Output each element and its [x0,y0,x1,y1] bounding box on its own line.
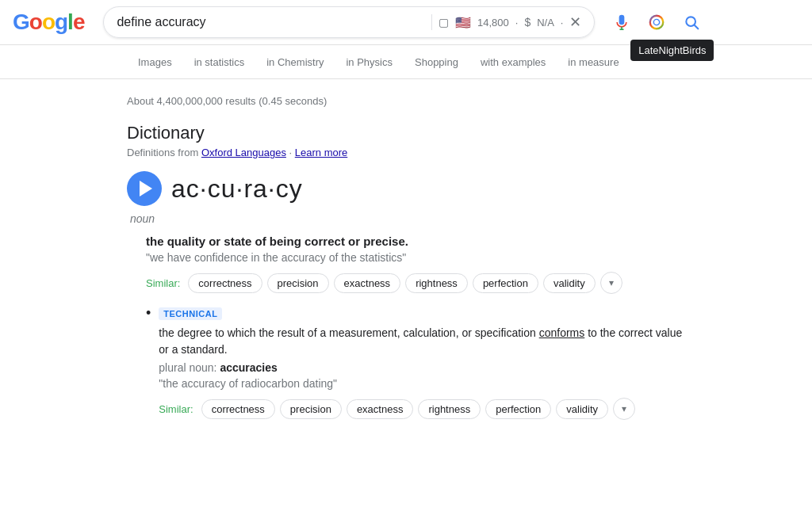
tag-perfection-1[interactable]: perfection [473,273,538,293]
search-bar: ▢ 🇺🇸 14,800 · $ N/A · ✕ [103,6,595,38]
pos-label: noun [127,212,685,225]
tag-correctness-2[interactable]: correctness [201,399,275,419]
similar-row-2: Similar: correctness precision exactness… [159,398,685,420]
bullet-dot: • [146,305,151,426]
similar-label-1: Similar: [146,277,180,289]
flag-icon: 🇺🇸 [455,15,471,30]
oxford-languages-link[interactable]: Oxford Languages [201,147,286,158]
conforms-link[interactable]: conforms [539,326,585,339]
expand-similar-2[interactable]: ▾ [613,398,635,420]
definition-1-text: the quality or state of being correct or… [146,235,685,248]
tag-perfection-2[interactable]: perfection [485,399,551,419]
dictionary-section: Dictionary Definitions from Oxford Langu… [127,123,685,426]
tag-correctness-1[interactable]: correctness [188,273,262,293]
bullet-item-technical: • TECHNICAL the degree to which the resu… [146,307,685,426]
tag-precision-1[interactable]: precision [267,273,329,293]
definition-2-text: the degree to which the result of a meas… [159,325,685,358]
bullet-content: TECHNICAL the degree to which the result… [159,307,685,426]
tag-precision-2[interactable]: precision [280,399,342,419]
square-icon: ▢ [439,16,449,29]
svg-point-3 [654,19,660,25]
main-content: About 4,400,000,000 results (0.45 second… [0,79,812,458]
expand-similar-1[interactable]: ▾ [600,272,622,294]
tag-rightness-2[interactable]: rightness [418,399,481,419]
result-count: 14,800 [477,17,509,29]
tag-validity-2[interactable]: validity [556,399,608,419]
definition-2: • TECHNICAL the degree to which the resu… [127,307,685,426]
header-icons: LateNightBirds [607,8,706,36]
tooltip: LateNightBirds [630,40,714,61]
definition-1: the quality or state of being correct or… [127,235,685,294]
word-text: ac·cu·ra·cy [171,174,303,204]
tag-exactness-2[interactable]: exactness [347,399,414,419]
learn-more-link[interactable]: Learn more [295,147,347,158]
tag-exactness-1[interactable]: exactness [334,273,401,293]
chevron-down-icon-2: ▾ [622,403,626,414]
tag-rightness-1[interactable]: rightness [405,273,468,293]
google-logo: Google [13,10,84,35]
dictionary-title: Dictionary [127,123,685,143]
svg-line-5 [695,25,699,29]
chevron-down-icon: ▾ [609,277,614,288]
dollar-icon: $ [524,16,530,29]
audio-button[interactable] [127,171,162,206]
tab-with-examples[interactable]: with examples [469,48,557,78]
search-button[interactable] [677,8,706,36]
tab-in-statistics[interactable]: in statistics [183,48,256,78]
tab-in-measure[interactable]: in measure [557,48,630,78]
definition-1-example: "we have confidence in the accuracy of t… [146,251,685,264]
clear-button[interactable]: ✕ [569,13,581,31]
header: Google ▢ 🇺🇸 14,800 · $ N/A · ✕ [0,0,812,45]
microphone-icon [614,14,630,30]
search-input[interactable] [117,15,423,29]
tab-images[interactable]: Images [127,48,183,78]
lens-button[interactable] [642,8,671,36]
similar-label-2: Similar: [159,403,193,415]
tab-in-physics[interactable]: in Physics [335,48,404,78]
dictionary-source: Definitions from Oxford Languages · Lear… [127,147,685,158]
definition-2-example: "the accuracy of radiocarbon dating" [159,377,685,390]
results-count: About 4,400,000,000 results (0.45 second… [127,95,685,107]
plural-line: plural noun: accuracies [159,361,685,374]
tab-in-chemistry[interactable]: in Chemistry [255,48,335,78]
search-icon [684,14,699,30]
technical-badge: TECHNICAL [159,307,222,320]
tab-shopping[interactable]: Shopping [404,48,469,78]
lens-icon [648,13,665,31]
similar-row-1: Similar: correctness precision exactness… [146,272,685,294]
play-icon [140,181,152,196]
search-bar-right: ▢ 🇺🇸 14,800 · $ N/A · ✕ [431,13,581,31]
svg-point-2 [650,16,664,29]
tag-validity-1[interactable]: validity [543,273,596,293]
voice-search-button[interactable] [607,8,636,36]
dollar-value: N/A [537,17,554,29]
plural-word: accuracies [220,361,277,374]
word-header: ac·cu·ra·cy [127,171,685,206]
